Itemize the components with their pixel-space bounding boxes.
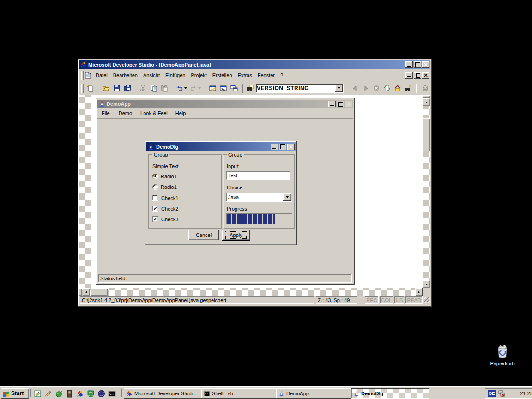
- maximize-button[interactable]: [279, 144, 286, 150]
- checkbox-icon[interactable]: ✓: [152, 216, 158, 222]
- taskbar-grip[interactable]: [29, 389, 31, 397]
- copy-button[interactable]: [148, 83, 159, 93]
- menu-datei[interactable]: Datei: [93, 71, 110, 79]
- quicklaunch-browser-icon[interactable]: [97, 389, 106, 398]
- forward-button[interactable]: [360, 83, 371, 93]
- mdi-close-button[interactable]: ×: [422, 72, 429, 79]
- apply-button[interactable]: Apply: [222, 230, 250, 240]
- window-list-button[interactable]: [229, 83, 239, 93]
- find-in-files-button[interactable]: [244, 83, 255, 93]
- keyboard-layout-indicator[interactable]: DE: [488, 390, 496, 397]
- quicklaunch-command-prompt-icon[interactable]: C:\: [107, 389, 117, 398]
- minimize-button[interactable]: [271, 144, 278, 150]
- menu-help[interactable]: Help: [175, 109, 186, 117]
- menu-help[interactable]: ?: [278, 71, 286, 79]
- output-button[interactable]: [218, 83, 229, 93]
- undo-button[interactable]: [175, 83, 188, 93]
- radio-option[interactable]: ● Radio1: [152, 174, 177, 179]
- menu-file[interactable]: File: [102, 109, 110, 117]
- network-status-icon[interactable]: [498, 390, 506, 397]
- choice-dropdown-button[interactable]: [283, 193, 291, 201]
- menu-ansicht[interactable]: Ansicht: [140, 71, 163, 79]
- save-button[interactable]: [111, 83, 122, 93]
- maximize-button[interactable]: [414, 61, 421, 68]
- start-button[interactable]: Start: [1, 388, 29, 399]
- toolbar-grip[interactable]: [346, 84, 348, 93]
- scrollbar-splitter[interactable]: [423, 95, 430, 98]
- taskbar-grip[interactable]: [120, 389, 122, 397]
- checkbox-icon[interactable]: [152, 195, 158, 201]
- mdi-restore-button[interactable]: [414, 72, 421, 79]
- radio-option[interactable]: Radio1: [152, 184, 177, 190]
- vertical-scrollbar[interactable]: [423, 95, 430, 288]
- redo-button[interactable]: [188, 83, 202, 93]
- toolbar-grip[interactable]: [97, 84, 99, 93]
- close-button[interactable]: ×: [287, 144, 295, 150]
- toolbar-grip[interactable]: [134, 84, 136, 93]
- stop-button[interactable]: [371, 83, 381, 93]
- home-button[interactable]: [392, 83, 403, 93]
- document-icon[interactable]: [85, 72, 91, 79]
- toolbar-grip[interactable]: [416, 84, 418, 93]
- open-button[interactable]: [101, 83, 111, 93]
- choice-combobox[interactable]: Java: [226, 193, 292, 202]
- find-combo[interactable]: VERSION_STRING: [256, 84, 344, 93]
- checkbox-option[interactable]: ✓ Check2: [152, 206, 178, 212]
- menu-demo[interactable]: Demo: [119, 109, 132, 117]
- radio-button-icon[interactable]: ●: [152, 174, 158, 179]
- menu-fenster[interactable]: Fenster: [255, 71, 278, 79]
- quicklaunch-msdev-icon[interactable]: [75, 389, 85, 398]
- toolbar-grip[interactable]: [241, 84, 243, 93]
- toolbar-grip[interactable]: [171, 84, 173, 93]
- menu-projekt[interactable]: Projekt: [188, 71, 209, 79]
- task-button-demodlg[interactable]: DemoDlg: [351, 388, 429, 399]
- scroll-thumb[interactable]: [423, 118, 430, 151]
- component-gallery-button[interactable]: [420, 83, 430, 93]
- back-button[interactable]: [350, 83, 360, 93]
- checkbox-option[interactable]: ✓ Check3: [152, 216, 178, 222]
- save-all-button[interactable]: [122, 83, 133, 93]
- workspace-button[interactable]: [207, 83, 218, 93]
- toolbar-grip[interactable]: [204, 84, 206, 93]
- quicklaunch-viewer-icon[interactable]: [65, 389, 74, 398]
- task-button-shell[interactable]: C:\ Shell - sh: [201, 388, 278, 399]
- new-document-button[interactable]: [85, 83, 96, 93]
- refresh-button[interactable]: [381, 83, 392, 93]
- menu-bearbeiten[interactable]: Bearbeiten: [110, 71, 140, 79]
- toolbar-grip[interactable]: [81, 84, 84, 93]
- minimize-button[interactable]: [405, 61, 413, 68]
- menu-erstellen[interactable]: Erstellen: [210, 71, 235, 79]
- checkbox-option[interactable]: Check1: [152, 195, 178, 201]
- task-button-msdev[interactable]: Microsoft Developer Studi...: [124, 388, 203, 399]
- find-combo-dropdown-button[interactable]: [335, 85, 343, 92]
- menubar-grip[interactable]: [81, 71, 84, 80]
- quicklaunch-editor-icon[interactable]: [33, 389, 42, 398]
- close-button[interactable]: ×: [422, 61, 429, 68]
- radio-button-icon[interactable]: [152, 184, 158, 190]
- scroll-down-button[interactable]: [423, 281, 430, 288]
- mdi-minimize-button[interactable]: [405, 72, 413, 79]
- task-button-demoapp[interactable]: DemoApp: [276, 388, 353, 399]
- menu-look-and-feel[interactable]: Look & Feel: [140, 109, 168, 117]
- demoapp-titlebar[interactable]: DemoApp ×: [97, 100, 353, 108]
- demodlg-titlebar[interactable]: DemoDlg ×: [146, 142, 296, 151]
- maximize-button[interactable]: [337, 101, 344, 107]
- quicklaunch-pen-icon[interactable]: [43, 389, 53, 398]
- search-button[interactable]: ?: [403, 83, 413, 93]
- input-field[interactable]: [226, 171, 290, 180]
- minimize-button[interactable]: [328, 101, 336, 107]
- menu-extras[interactable]: Extras: [235, 71, 255, 79]
- devstudio-titlebar[interactable]: Microsoft Developer Studio - [DemoAppPan…: [79, 60, 430, 69]
- clock[interactable]: 21:25: [520, 391, 532, 396]
- menu-einfuegen[interactable]: Einfügen: [163, 71, 188, 79]
- cut-button[interactable]: [138, 83, 148, 93]
- quicklaunch-dragon-icon[interactable]: [54, 389, 64, 398]
- scroll-up-button[interactable]: [423, 99, 430, 106]
- quicklaunch-terminal-server-icon[interactable]: TS: [86, 389, 96, 398]
- recycle-bin-desktop-icon[interactable]: Papierkorb: [484, 344, 521, 366]
- paste-button[interactable]: [159, 83, 169, 93]
- checkbox-icon[interactable]: ✓: [152, 206, 158, 212]
- close-button[interactable]: ×: [345, 101, 352, 107]
- resize-grip[interactable]: [424, 297, 430, 303]
- cancel-button[interactable]: Cancel: [188, 230, 219, 240]
